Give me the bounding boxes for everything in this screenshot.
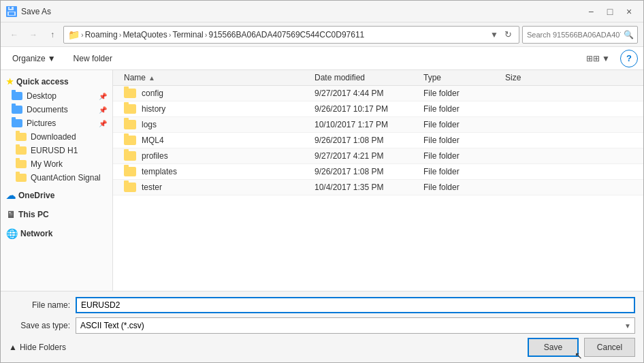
- up-button[interactable]: ↑: [44, 27, 61, 43]
- sidebar-section-onedrive: ☁ OneDrive: [1, 187, 112, 204]
- quantaction-folder-icon: [16, 174, 27, 182]
- onedrive-label: OneDrive: [18, 191, 54, 200]
- table-row[interactable]: tester 10/4/2017 1:35 PM File folder: [113, 180, 643, 195]
- file-name-row: File name:: [9, 297, 635, 313]
- help-icon: ?: [626, 53, 632, 63]
- table-row[interactable]: logs 10/10/2017 1:17 PM File folder: [113, 117, 643, 133]
- col-size-label: Size: [505, 73, 521, 82]
- sidebar-item-quantaction-signal[interactable]: QuantAction Signal: [1, 171, 112, 185]
- search-input[interactable]: [527, 31, 621, 39]
- col-header-type[interactable]: Type: [423, 73, 505, 82]
- file-cell-type-5: File folder: [423, 167, 505, 176]
- save-as-type-select[interactable]: ASCII Text (*.csv)CSV (Comma delimited) …: [76, 317, 635, 334]
- sidebar-item-documents[interactable]: Documents 📌: [1, 103, 112, 116]
- sidebar-header-onedrive[interactable]: ☁ OneDrive: [1, 187, 112, 204]
- hide-folders-icon: ▲: [9, 343, 17, 352]
- sidebar-header-quick-access[interactable]: ★ Quick access: [1, 74, 112, 89]
- new-folder-button[interactable]: New folder: [67, 51, 118, 66]
- view-button[interactable]: ⊞⊞ ▼: [581, 51, 615, 66]
- sidebar-item-eurusd-h1[interactable]: EURUSD H1: [1, 144, 112, 157]
- folder-icon-1: [124, 104, 136, 114]
- file-cell-date-4: 9/27/2017 4:21 PM: [315, 151, 423, 161]
- table-row[interactable]: profiles 9/27/2017 4:21 PM File folder: [113, 148, 643, 164]
- sidebar-item-desktop[interactable]: Desktop 📌: [1, 89, 112, 103]
- file-rows-container: config 9/27/2017 4:44 PM File folder his…: [113, 86, 643, 195]
- file-cell-name-5: templates: [124, 167, 315, 176]
- onedrive-icon: ☁: [6, 190, 16, 201]
- col-header-date[interactable]: Date modified: [315, 73, 423, 82]
- table-row[interactable]: history 9/26/2017 10:17 PM File folder: [113, 101, 643, 117]
- cancel-button[interactable]: Cancel: [584, 338, 635, 357]
- save-label: Save: [544, 343, 562, 352]
- file-name-4: profiles: [142, 151, 168, 161]
- sidebar-item-downloaded-label: Downloaded: [31, 132, 76, 142]
- address-dropdown-icon[interactable]: ▼: [490, 30, 498, 40]
- cancel-label: Cancel: [597, 343, 622, 352]
- col-type-label: Type: [423, 73, 441, 82]
- file-cell-date-0: 9/27/2017 4:44 PM: [315, 89, 423, 98]
- close-button[interactable]: ×: [620, 3, 638, 20]
- hide-folders-label: Hide Folders: [20, 343, 66, 352]
- minimize-button[interactable]: −: [582, 3, 600, 20]
- file-cell-name-3: MQL4: [124, 136, 315, 145]
- folder-icon-5: [124, 167, 136, 176]
- sidebar-item-my-work[interactable]: My Work: [1, 157, 112, 171]
- forward-button[interactable]: →: [25, 27, 42, 43]
- folder-icon-4: [124, 151, 136, 161]
- sidebar-item-documents-label: Documents: [27, 105, 68, 114]
- file-name-0: config: [142, 89, 163, 98]
- file-cell-date-2: 10/10/2017 1:17 PM: [315, 120, 423, 129]
- table-row[interactable]: config 9/27/2017 4:44 PM File folder: [113, 86, 643, 101]
- file-cell-name-0: config: [124, 89, 315, 98]
- sidebar-item-eurusd-h1-label: EURUSD H1: [31, 146, 78, 155]
- sidebar-section-this-pc: 🖥 This PC: [1, 206, 112, 223]
- file-name-2: logs: [142, 120, 157, 129]
- sort-arrow-icon: ▲: [148, 74, 155, 82]
- sidebar-header-this-pc[interactable]: 🖥 This PC: [1, 206, 112, 223]
- file-cell-date-6: 10/4/2017 1:35 PM: [315, 183, 423, 192]
- this-pc-label: This PC: [18, 210, 49, 219]
- organize-label: Organize: [12, 54, 46, 63]
- table-row[interactable]: templates 9/26/2017 1:08 PM File folder: [113, 164, 643, 180]
- hide-folders-button[interactable]: ▲ Hide Folders: [9, 343, 66, 352]
- dialog-icon: [6, 6, 17, 17]
- pin-icon: 📌: [99, 93, 107, 100]
- file-cell-date-3: 9/26/2017 1:08 PM: [315, 136, 423, 145]
- breadcrumb-part-id: 915566BA06ADA407569C544CC0D97611: [208, 30, 364, 40]
- file-cell-date-1: 9/26/2017 10:17 PM: [315, 104, 423, 114]
- file-name-label: File name:: [9, 300, 70, 310]
- refresh-button[interactable]: ↻: [501, 28, 515, 42]
- title-bar-controls: − □ ×: [582, 3, 638, 20]
- file-name-5: templates: [142, 167, 177, 176]
- help-button[interactable]: ?: [620, 50, 638, 67]
- save-button[interactable]: Save ↖: [528, 338, 579, 357]
- sidebar-item-pictures[interactable]: Pictures 📌: [1, 116, 112, 130]
- file-cell-name-2: logs: [124, 120, 315, 129]
- eurusd-h1-folder-icon: [16, 146, 27, 155]
- downloaded-folder-icon: [16, 133, 27, 141]
- search-box[interactable]: 🔍: [522, 26, 638, 44]
- sidebar-header-network[interactable]: 🌐 Network: [1, 225, 112, 242]
- address-bar[interactable]: 📁 › Roaming › MetaQuotes › Terminal › 91…: [63, 26, 519, 44]
- search-icon: 🔍: [624, 30, 634, 40]
- file-cell-type-1: File folder: [423, 104, 505, 114]
- maximize-button[interactable]: □: [601, 3, 619, 20]
- table-row[interactable]: MQL4 9/26/2017 1:08 PM File folder: [113, 133, 643, 148]
- file-name-input[interactable]: [76, 297, 635, 313]
- file-cell-date-5: 9/26/2017 1:08 PM: [315, 167, 423, 176]
- save-as-dialog: Save As − □ × ← → ↑ 📁 › Roaming › MetaQu…: [0, 0, 644, 363]
- folder-icon-3: [124, 136, 136, 145]
- pin-icon-3: 📌: [99, 120, 107, 127]
- organize-button[interactable]: Organize ▼: [6, 51, 62, 66]
- back-button[interactable]: ←: [6, 27, 22, 43]
- main-content: ★ Quick access Desktop 📌 Documents 📌 Pic…: [1, 70, 643, 291]
- col-header-size[interactable]: Size: [505, 73, 632, 82]
- save-as-type-row: Save as type: ASCII Text (*.csv)CSV (Com…: [9, 317, 635, 334]
- col-header-name[interactable]: Name ▲: [124, 73, 315, 82]
- pin-icon-2: 📌: [99, 106, 107, 114]
- file-cell-name-4: profiles: [124, 151, 315, 161]
- file-cell-type-4: File folder: [423, 151, 505, 161]
- save-as-type-label: Save as type:: [9, 321, 70, 330]
- sidebar-item-downloaded[interactable]: Downloaded: [1, 130, 112, 144]
- svg-rect-4: [9, 12, 14, 15]
